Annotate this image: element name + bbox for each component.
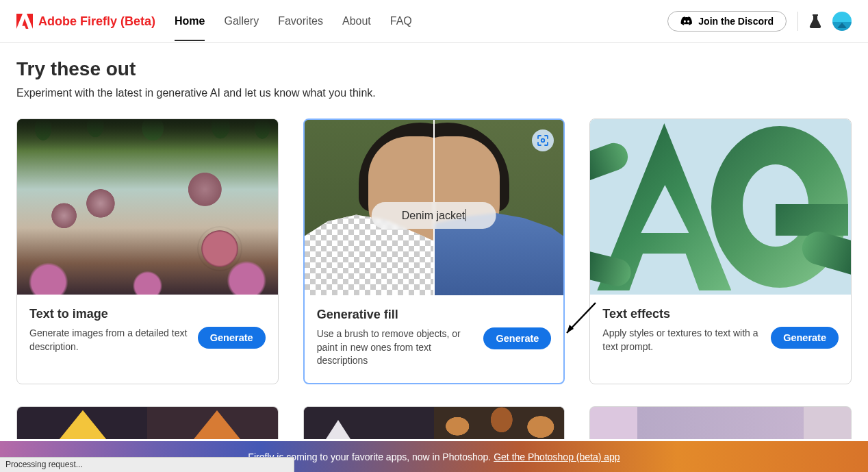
prompt-pill: Denim jacket xyxy=(372,202,496,229)
generate-button[interactable]: Generate xyxy=(198,327,266,349)
leaf-accent xyxy=(590,139,632,182)
feature-cards-row: Text to image Generate images from a det… xyxy=(16,119,852,384)
card-description: Use a brush to remove objects, or paint … xyxy=(317,327,476,368)
app-header: Adobe Firefly (Beta) Home Gallery Favori… xyxy=(0,0,868,43)
card-peek-1[interactable] xyxy=(16,406,279,439)
discord-label: Join the Discord xyxy=(698,16,774,27)
brand-name: Adobe Firefly (Beta) xyxy=(38,14,155,29)
svg-point-0 xyxy=(541,139,545,142)
card-description: Apply styles or textures to text with a … xyxy=(602,327,763,353)
header-divider xyxy=(797,12,798,31)
main-nav: Home Gallery Favorites About FAQ xyxy=(175,1,412,41)
card-image-text-effects xyxy=(590,119,851,295)
discord-icon xyxy=(680,16,693,26)
brand-logo-group[interactable]: Adobe Firefly (Beta) xyxy=(16,14,155,29)
page-subtitle: Experiment with the latest in generative… xyxy=(16,87,852,99)
card-body: Text effects Apply styles or textures to… xyxy=(590,295,851,384)
labs-icon[interactable] xyxy=(809,14,821,28)
card-image-generative-fill: Denim jacket xyxy=(305,120,564,295)
card-peek-3[interactable] xyxy=(589,406,852,439)
main-content: Try these out Experiment with the latest… xyxy=(0,43,868,439)
card-title: Text to image xyxy=(29,307,266,321)
header-actions: Join the Discord xyxy=(667,11,852,32)
card-body: Generative fill Use a brush to remove ob… xyxy=(305,295,564,383)
nav-gallery[interactable]: Gallery xyxy=(224,1,259,41)
leaf-letter-g-bar xyxy=(776,204,848,236)
nav-home[interactable]: Home xyxy=(175,1,205,41)
banner-link[interactable]: Get the Photoshop (beta) app xyxy=(494,451,620,462)
card-description: Generate images from a detailed text des… xyxy=(29,327,190,353)
card-text-to-image[interactable]: Text to image Generate images from a det… xyxy=(16,119,279,384)
page-title: Try these out xyxy=(16,58,852,80)
card-peek-2[interactable] xyxy=(303,406,565,439)
card-image-text-to-image xyxy=(17,119,278,295)
generate-button[interactable]: Generate xyxy=(483,327,551,349)
card-body: Text to image Generate images from a det… xyxy=(17,295,278,384)
nav-about[interactable]: About xyxy=(342,1,371,41)
generate-button[interactable]: Generate xyxy=(771,327,839,349)
feature-cards-row-2 xyxy=(16,406,852,439)
adobe-logo-icon xyxy=(16,14,33,29)
card-title: Generative fill xyxy=(317,308,552,322)
decorative-sphere xyxy=(199,227,241,270)
nav-faq[interactable]: FAQ xyxy=(390,1,412,41)
browser-status-bar: Processing request... xyxy=(0,457,294,472)
card-title: Text effects xyxy=(602,307,839,321)
card-generative-fill[interactable]: Denim jacket Generative fill Use a brush… xyxy=(303,119,565,384)
user-avatar[interactable] xyxy=(832,12,852,31)
join-discord-button[interactable]: Join the Discord xyxy=(667,11,787,32)
nav-favorites[interactable]: Favorites xyxy=(278,1,323,41)
card-text-effects[interactable]: Text effects Apply styles or textures to… xyxy=(589,119,852,384)
